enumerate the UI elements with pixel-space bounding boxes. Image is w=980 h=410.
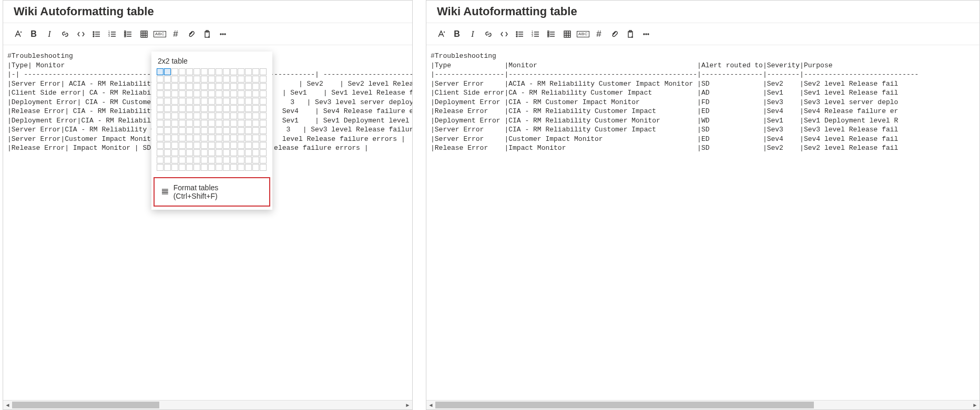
table-picker-cell[interactable] [260, 112, 267, 119]
table-picker-cell[interactable] [201, 149, 208, 156]
table-picker-cell[interactable] [208, 76, 215, 83]
table-picker-cell[interactable] [164, 83, 171, 90]
table-picker-cell[interactable] [216, 157, 222, 163]
table-picker-cell[interactable] [201, 157, 208, 163]
table-picker-cell[interactable] [230, 157, 237, 163]
code-button[interactable] [497, 26, 512, 42]
table-picker-cell[interactable] [245, 149, 252, 156]
table-picker-cell[interactable] [179, 127, 186, 134]
table-picker-cell[interactable] [230, 112, 237, 119]
table-picker-cell[interactable] [230, 105, 237, 112]
table-picker-cell[interactable] [208, 164, 215, 171]
table-picker-cell[interactable] [238, 112, 244, 119]
table-picker-cell[interactable] [208, 68, 215, 75]
table-picker-cell[interactable] [230, 142, 237, 149]
table-picker-cell[interactable] [193, 157, 200, 163]
table-picker-cell[interactable] [238, 68, 244, 75]
table-picker-cell[interactable] [223, 90, 230, 97]
table-picker-cell[interactable] [186, 164, 193, 171]
table-picker-cell[interactable] [157, 83, 164, 90]
table-picker-cell[interactable] [208, 105, 215, 112]
table-picker-cell[interactable] [216, 76, 222, 83]
table-picker-cell[interactable] [223, 149, 230, 156]
table-picker-cell[interactable] [252, 83, 259, 90]
horizontal-scrollbar[interactable]: ◄ ► [3, 400, 412, 409]
table-picker-cell[interactable] [164, 135, 171, 141]
table-picker-cell[interactable] [164, 142, 171, 149]
table-picker-cell[interactable] [171, 112, 178, 119]
horizontal-scrollbar[interactable]: ◄ ► [426, 400, 979, 409]
table-picker-cell[interactable] [252, 68, 259, 75]
table-picker-cell[interactable] [157, 157, 164, 163]
table-picker-cell[interactable] [230, 164, 237, 171]
table-picker-cell[interactable] [260, 164, 267, 171]
table-picker-cell[interactable] [157, 149, 164, 156]
table-picker-cell[interactable] [238, 135, 244, 141]
table-picker-cell[interactable] [216, 98, 222, 105]
numbered-list-button[interactable]: 123 [105, 26, 120, 42]
more-button[interactable] [639, 26, 654, 42]
table-picker-cell[interactable] [171, 76, 178, 83]
table-picker-cell[interactable] [223, 135, 230, 141]
table-picker-cell[interactable] [252, 76, 259, 83]
table-picker-cell[interactable] [245, 98, 252, 105]
table-picker-cell[interactable] [179, 164, 186, 171]
table-picker-cell[interactable] [208, 135, 215, 141]
table-picker-cell[interactable] [171, 83, 178, 90]
table-picker-cell[interactable] [186, 127, 193, 134]
strikethrough-button[interactable]: ABC [576, 26, 590, 42]
table-picker-cell[interactable] [230, 90, 237, 97]
table-picker-cell[interactable] [230, 127, 237, 134]
table-picker-cell[interactable] [186, 112, 193, 119]
table-picker-cell[interactable] [179, 105, 186, 112]
table-picker-cell[interactable] [238, 98, 244, 105]
table-picker-cell[interactable] [245, 157, 252, 163]
table-picker-cell[interactable] [157, 120, 164, 127]
table-picker-cell[interactable] [201, 142, 208, 149]
table-picker-cell[interactable] [238, 90, 244, 97]
table-picker-cell[interactable] [164, 157, 171, 163]
table-picker-cell[interactable] [252, 105, 259, 112]
italic-button[interactable]: I [465, 26, 480, 42]
table-picker-cell[interactable] [252, 120, 259, 127]
table-picker-cell[interactable] [216, 68, 222, 75]
table-picker-cell[interactable] [223, 68, 230, 75]
table-picker-cell[interactable] [230, 135, 237, 141]
table-picker-cell[interactable] [171, 135, 178, 141]
bullet-list-button[interactable] [513, 26, 527, 42]
table-picker-cell[interactable] [208, 90, 215, 97]
table-picker-cell[interactable] [201, 90, 208, 97]
table-picker-cell[interactable] [260, 120, 267, 127]
table-picker-cell[interactable] [201, 83, 208, 90]
table-picker-cell[interactable] [171, 127, 178, 134]
table-picker-cell[interactable] [186, 142, 193, 149]
table-picker-cell[interactable] [216, 149, 222, 156]
table-button[interactable] [560, 26, 575, 42]
table-picker-cell[interactable] [260, 157, 267, 163]
table-picker-cell[interactable] [208, 120, 215, 127]
table-picker-cell[interactable] [164, 112, 171, 119]
strikethrough-button[interactable]: ABC [152, 26, 167, 42]
table-picker-cell[interactable] [157, 112, 164, 119]
link-button[interactable] [58, 26, 73, 42]
table-picker-cell[interactable] [223, 127, 230, 134]
table-picker-cell[interactable] [245, 120, 252, 127]
table-picker-cell[interactable] [193, 68, 200, 75]
table-picker-cell[interactable] [193, 98, 200, 105]
table-picker-cell[interactable] [164, 149, 171, 156]
table-picker-cell[interactable] [193, 127, 200, 134]
table-size-grid[interactable] [151, 68, 272, 176]
table-picker-cell[interactable] [201, 127, 208, 134]
table-picker-cell[interactable] [171, 105, 178, 112]
table-picker-cell[interactable] [186, 120, 193, 127]
table-picker-cell[interactable] [260, 135, 267, 141]
table-picker-cell[interactable] [216, 127, 222, 134]
editor-area[interactable]: #Troubleshooting |Type |Monitor |Alert r… [426, 45, 979, 400]
table-picker-cell[interactable] [216, 120, 222, 127]
table-picker-cell[interactable] [230, 149, 237, 156]
table-picker-cell[interactable] [179, 90, 186, 97]
table-picker-cell[interactable] [171, 120, 178, 127]
text-style-button[interactable] [11, 26, 25, 42]
table-picker-cell[interactable] [223, 83, 230, 90]
table-picker-cell[interactable] [260, 105, 267, 112]
